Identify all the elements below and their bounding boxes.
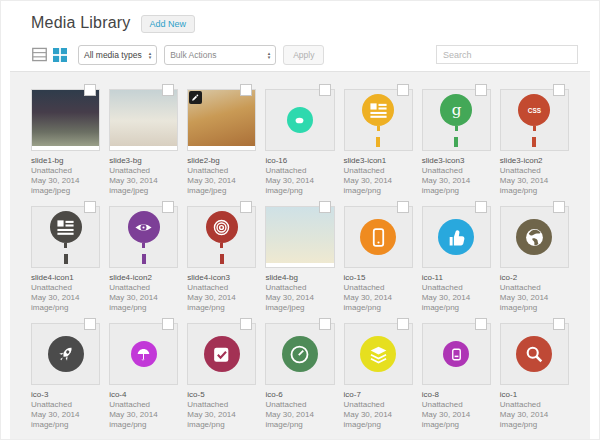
item-mime: image/png [344,420,413,430]
view-switcher [32,47,67,62]
select-checkbox[interactable] [397,201,409,213]
item-title: slide2-bg [187,156,256,166]
item-meta: ico-7UnattachedMay 30, 2014image/png [344,390,413,430]
item-status: Unattached [344,400,413,410]
item-title: ico-6 [265,390,334,400]
letter-g-icon: g [440,94,472,126]
item-title: slide3-bg [109,156,178,166]
media-item[interactable]: ico-5UnattachedMay 30, 2014image/png [187,323,256,430]
grid-view-icon[interactable] [52,47,67,62]
select-checkbox[interactable] [475,318,487,330]
item-mime: image/png [500,303,569,313]
media-item[interactable]: CSSslide3-icon2UnattachedMay 30, 2014ima… [500,89,569,196]
media-item[interactable]: ico-2UnattachedMay 30, 2014image/png [500,206,569,313]
media-item[interactable]: slide4-icon1UnattachedMay 30, 2014image/… [31,206,100,313]
balloon-stick [220,254,224,264]
item-status: Unattached [109,400,178,410]
item-date: May 30, 2014 [109,293,178,303]
select-checkbox[interactable] [553,318,565,330]
list-view-icon[interactable] [32,47,47,62]
item-status: Unattached [187,400,256,410]
thumbnail [31,89,100,151]
media-item[interactable]: slide4-bgUnattachedMay 30, 2014image/jpe… [265,206,334,313]
item-mime: image/png [265,420,334,430]
photo-preview [266,207,333,263]
apply-button[interactable]: Apply [283,45,324,65]
media-item[interactable]: ico-11UnattachedMay 30, 2014image/png [422,206,491,313]
select-checkbox[interactable] [162,201,174,213]
select-checkbox[interactable] [84,201,96,213]
item-meta: ico-2UnattachedMay 30, 2014image/png [500,273,569,313]
media-item[interactable]: slide1-bgUnattachedMay 30, 2014image/jpe… [31,89,100,196]
media-item[interactable]: ico-16UnattachedMay 30, 2014image/png [265,89,334,196]
media-item[interactable]: ico-1UnattachedMay 30, 2014image/png [500,323,569,430]
thumbnail [187,206,256,268]
media-item[interactable]: slide2-bgUnattachedMay 30, 2014image/jpe… [187,89,256,196]
photo-preview [110,90,177,146]
item-date: May 30, 2014 [344,176,413,186]
select-checkbox[interactable] [553,84,565,96]
item-title: ico-2 [500,273,569,283]
item-title: ico-16 [265,156,334,166]
item-title: ico-1 [500,390,569,400]
umbrella-icon [131,341,157,367]
edit-pencil-icon[interactable] [189,91,202,104]
item-title: slide4-icon2 [109,273,178,283]
thumbnail [422,206,491,268]
select-checkbox[interactable] [397,318,409,330]
thumbnail [109,89,178,151]
item-mime: image/png [344,186,413,196]
select-checkbox[interactable] [319,318,331,330]
select-checkbox[interactable] [475,84,487,96]
media-item[interactable]: ico-15UnattachedMay 30, 2014image/png [344,206,413,313]
item-date: May 30, 2014 [265,410,334,420]
item-status: Unattached [31,283,100,293]
item-meta: ico-6UnattachedMay 30, 2014image/png [265,390,334,430]
media-item[interactable]: slide3-bgUnattachedMay 30, 2014image/jpe… [109,89,178,196]
bulk-actions-select[interactable]: Bulk Actions ▴▾ [164,45,276,65]
add-new-button[interactable]: Add New [141,15,196,33]
item-date: May 30, 2014 [344,293,413,303]
item-date: May 30, 2014 [265,293,334,303]
media-item[interactable]: ico-3UnattachedMay 30, 2014image/png [31,323,100,430]
media-item[interactable]: ico-6UnattachedMay 30, 2014image/png [265,323,334,430]
media-item[interactable]: ico-4UnattachedMay 30, 2014image/png [109,323,178,430]
select-checkbox[interactable] [397,84,409,96]
media-item[interactable]: gslide3-icon3UnattachedMay 30, 2014image… [422,89,491,196]
media-item[interactable]: slide4-icon3UnattachedMay 30, 2014image/… [187,206,256,313]
select-checkbox[interactable] [475,201,487,213]
select-checkbox[interactable] [319,201,331,213]
svg-text:g: g [451,101,461,119]
media-item[interactable]: ico-8UnattachedMay 30, 2014image/png [422,323,491,430]
media-type-filter[interactable]: All media types ▴▾ [78,45,157,65]
item-mime: image/jpeg [109,186,178,196]
rocket-icon [48,336,84,372]
select-checkbox[interactable] [240,201,252,213]
item-status: Unattached [31,166,100,176]
item-mime: image/png [344,303,413,313]
search-input[interactable] [436,45,578,64]
select-checkbox[interactable] [162,84,174,96]
select-checkbox[interactable] [240,318,252,330]
select-checkbox[interactable] [553,201,565,213]
item-status: Unattached [344,166,413,176]
thumbnail [265,206,334,268]
item-mime: image/png [422,420,491,430]
select-checkbox[interactable] [84,318,96,330]
item-date: May 30, 2014 [344,410,413,420]
balloon-stick [142,254,146,264]
item-title: ico-3 [31,390,100,400]
media-item[interactable]: slide4-icon2UnattachedMay 30, 2014image/… [109,206,178,313]
thumbnail [31,323,100,385]
select-checkbox[interactable] [84,84,96,96]
balloon-stick [376,137,380,147]
select-checkbox[interactable] [240,84,252,96]
media-item[interactable]: slide3-icon1UnattachedMay 30, 2014image/… [344,89,413,196]
item-meta: slide2-bgUnattachedMay 30, 2014image/jpe… [187,156,256,196]
item-meta: slide4-icon1UnattachedMay 30, 2014image/… [31,273,100,313]
item-status: Unattached [344,283,413,293]
select-arrows-icon: ▴▾ [268,51,271,59]
select-checkbox[interactable] [162,318,174,330]
select-checkbox[interactable] [319,84,331,96]
media-item[interactable]: ico-7UnattachedMay 30, 2014image/png [344,323,413,430]
